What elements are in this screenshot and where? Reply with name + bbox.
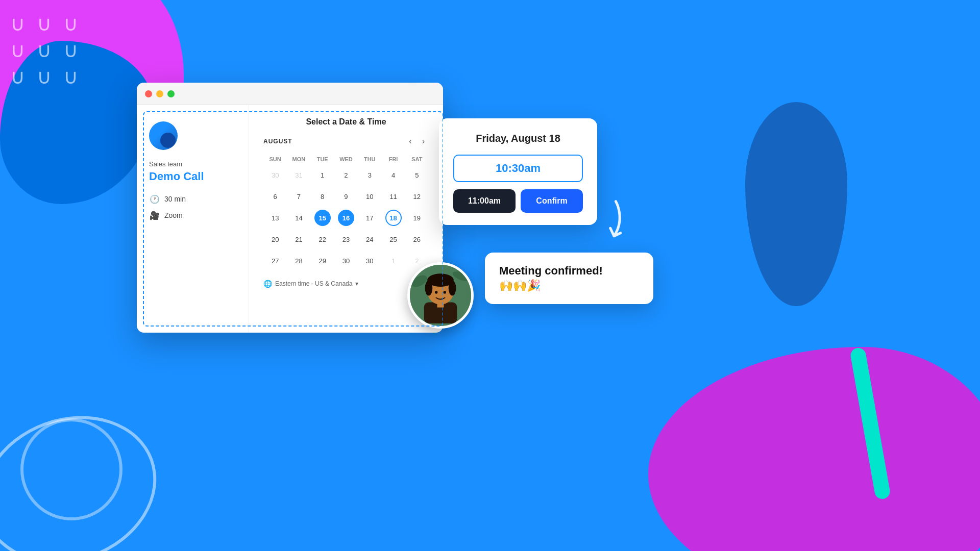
day-21[interactable]: 21 bbox=[287, 229, 310, 250]
calendar-nav: ‹ › bbox=[405, 135, 429, 148]
day-25[interactable]: 25 bbox=[381, 229, 405, 250]
calendar-week-3: 13 14 15 16 17 18 19 bbox=[263, 207, 429, 229]
col-tue: TUE bbox=[311, 154, 334, 164]
meeting-confirmed-card: Meeting confirmed! 🙌🙌🎉 bbox=[485, 253, 653, 304]
day-14[interactable]: 14 bbox=[287, 207, 310, 229]
col-thu: THU bbox=[358, 154, 381, 164]
selected-time-display[interactable]: 10:30am bbox=[453, 155, 583, 182]
brand-avatar bbox=[149, 121, 178, 150]
calendar-weekday-header: SUN MON TUE WED THU FRI SAT bbox=[263, 154, 429, 164]
col-fri: FRI bbox=[381, 154, 405, 164]
col-sat: SAT bbox=[405, 154, 429, 164]
day-30[interactable]: 30 bbox=[334, 250, 358, 271]
bg-blob-teal bbox=[849, 347, 891, 500]
day-5[interactable]: 5 bbox=[405, 164, 429, 186]
day-19[interactable]: 19 bbox=[405, 207, 429, 229]
platform-label: Zoom bbox=[164, 211, 183, 219]
brand-avatar-inner bbox=[160, 133, 176, 148]
col-wed: WED bbox=[334, 154, 358, 164]
col-sun: SUN bbox=[263, 154, 287, 164]
traffic-light-red[interactable] bbox=[145, 90, 152, 97]
confirmed-label: Meeting confirmed! bbox=[499, 264, 603, 277]
prev-month-button[interactable]: ‹ bbox=[405, 135, 415, 148]
platform-item: 🎥 Zoom bbox=[149, 210, 236, 221]
duration-item: 🕐 30 min bbox=[149, 193, 236, 205]
day-26[interactable]: 26 bbox=[405, 229, 429, 250]
day-24[interactable]: 24 bbox=[358, 229, 381, 250]
next-month-button[interactable]: › bbox=[418, 135, 429, 148]
duration-label: 30 min bbox=[164, 195, 186, 203]
day-22[interactable]: 22 bbox=[311, 229, 334, 250]
timezone-selector[interactable]: 🌐 Eastern time - US & Canada ▾ bbox=[263, 280, 429, 288]
col-mon: MON bbox=[287, 154, 310, 164]
person-silhouette bbox=[410, 262, 471, 326]
day-6[interactable]: 6 bbox=[263, 186, 287, 207]
day-20[interactable]: 20 bbox=[263, 229, 287, 250]
bg-blob-dark bbox=[745, 102, 847, 306]
timezone-dropdown-arrow: ▾ bbox=[355, 280, 358, 287]
confirm-date: Friday, August 18 bbox=[453, 133, 583, 144]
day-12[interactable]: 12 bbox=[405, 186, 429, 207]
clock-icon: 🕐 bbox=[149, 193, 160, 205]
day-15[interactable]: 15 bbox=[311, 207, 334, 229]
alt-time-button[interactable]: 11:00am bbox=[453, 189, 516, 213]
day-11[interactable]: 11 bbox=[381, 186, 405, 207]
day-16[interactable]: 16 bbox=[334, 207, 358, 229]
confirm-button[interactable]: Confirm bbox=[521, 189, 583, 213]
confirm-actions: 11:00am Confirm bbox=[453, 189, 583, 213]
day-3[interactable]: 3 bbox=[358, 164, 381, 186]
confirmed-emoji: 🙌🙌🎉 bbox=[499, 279, 541, 292]
calendar-week-1: 30 31 1 2 3 4 5 bbox=[263, 164, 429, 186]
timezone-label: Eastern time - US & Canada bbox=[275, 280, 352, 287]
confirm-card: Friday, August 18 10:30am 11:00am Confir… bbox=[439, 118, 597, 225]
day-29[interactable]: 29 bbox=[311, 250, 334, 271]
svg-point-6 bbox=[425, 281, 433, 296]
zoom-icon: 🎥 bbox=[149, 210, 160, 221]
calendar-week-2: 6 7 8 9 10 11 12 bbox=[263, 186, 429, 207]
day-8[interactable]: 8 bbox=[311, 186, 334, 207]
traffic-light-yellow[interactable] bbox=[156, 90, 163, 97]
day-17[interactable]: 17 bbox=[358, 207, 381, 229]
svg-point-7 bbox=[449, 281, 456, 296]
svg-point-8 bbox=[435, 291, 438, 294]
person-avatar bbox=[407, 262, 474, 329]
select-datetime-title: Select a Date & Time bbox=[263, 117, 429, 127]
day-23[interactable]: 23 bbox=[334, 229, 358, 250]
day-31-prev[interactable]: 31 bbox=[287, 164, 310, 186]
day-10[interactable]: 10 bbox=[358, 186, 381, 207]
day-2[interactable]: 2 bbox=[334, 164, 358, 186]
day-4[interactable]: 4 bbox=[381, 164, 405, 186]
day-1[interactable]: 1 bbox=[311, 164, 334, 186]
calendar-header: AUGUST ‹ › bbox=[263, 135, 429, 148]
day-18[interactable]: 18 bbox=[381, 207, 405, 229]
day-28[interactable]: 28 bbox=[287, 250, 310, 271]
browser-titlebar bbox=[137, 83, 443, 105]
calendar-grid: SUN MON TUE WED THU FRI SAT 30 31 1 2 bbox=[263, 154, 429, 271]
day-30-prev[interactable]: 30 bbox=[263, 164, 287, 186]
month-label: AUGUST bbox=[263, 138, 292, 145]
browser-window: Sales team Demo Call 🕐 30 min 🎥 Zoom Sel… bbox=[137, 83, 443, 333]
bg-blob-purple bbox=[648, 347, 980, 551]
globe-icon: 🌐 bbox=[263, 280, 272, 288]
deco-horseshoes: ∪ ∪ ∪∪ ∪ ∪∪ ∪ ∪ bbox=[10, 10, 81, 90]
day-7[interactable]: 7 bbox=[287, 186, 310, 207]
traffic-light-green[interactable] bbox=[167, 90, 175, 97]
svg-rect-10 bbox=[437, 303, 444, 307]
confirmed-text: Meeting confirmed! 🙌🙌🎉 bbox=[499, 264, 639, 293]
left-panel: Sales team Demo Call 🕐 30 min 🎥 Zoom bbox=[137, 105, 249, 333]
calendar-week-4: 20 21 22 23 24 25 26 bbox=[263, 229, 429, 250]
calendly-content: Sales team Demo Call 🕐 30 min 🎥 Zoom Sel… bbox=[137, 105, 443, 333]
meeting-title: Demo Call bbox=[149, 170, 236, 183]
deco-arc-2 bbox=[20, 418, 122, 520]
team-label: Sales team bbox=[149, 160, 236, 168]
day-30b[interactable]: 30 bbox=[358, 250, 381, 271]
day-27[interactable]: 27 bbox=[263, 250, 287, 271]
day-13[interactable]: 13 bbox=[263, 207, 287, 229]
calendar-week-5: 27 28 29 30 30 1 2 bbox=[263, 250, 429, 271]
day-1-next[interactable]: 1 bbox=[381, 250, 405, 271]
svg-point-9 bbox=[444, 291, 447, 294]
day-9[interactable]: 9 bbox=[334, 186, 358, 207]
